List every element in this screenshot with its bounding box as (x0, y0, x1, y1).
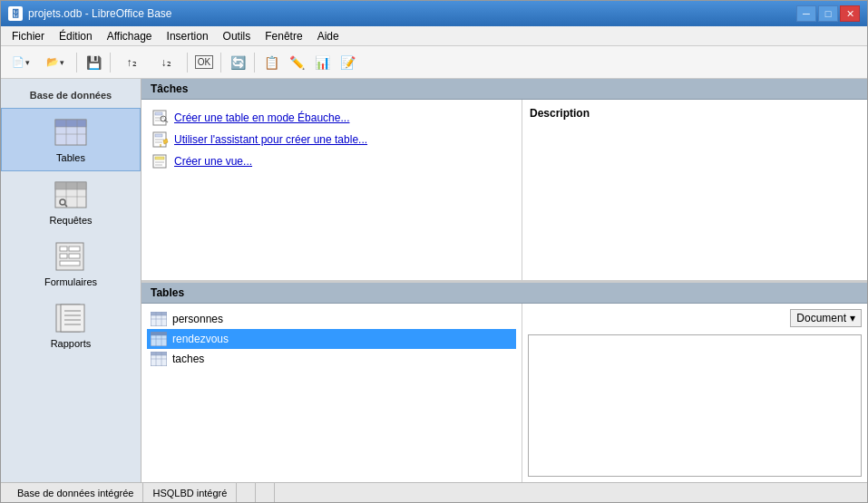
sort-desc-icon: ↓₂ (161, 56, 171, 69)
svg-rect-31 (155, 134, 162, 137)
menu-affichage[interactable]: Affichage (100, 28, 160, 44)
svg-rect-17 (60, 261, 80, 266)
menu-bar: Fichier Édition Affichage Insertion Outi… (1, 26, 867, 46)
tables-panel: Tables (141, 283, 867, 482)
table-item-personnes[interactable]: personnes (147, 309, 516, 329)
document-dropdown-button[interactable]: Document ▾ (790, 309, 862, 327)
ok-button[interactable]: OK (192, 51, 216, 74)
menu-insertion[interactable]: Insertion (160, 28, 216, 44)
tables-preview: Document ▾ (522, 304, 867, 482)
sidebar-item-rapports[interactable]: Rapports (1, 295, 141, 356)
maximize-button[interactable]: □ (818, 5, 838, 22)
sort-asc-icon: ↑₂ (127, 56, 137, 69)
sidebar-item-requetes[interactable]: Requêtes (1, 171, 141, 233)
open-button[interactable]: 📂▾ (39, 51, 72, 74)
table-new-button[interactable]: 📊 (310, 51, 334, 74)
menu-fenetre[interactable]: Fenêtre (258, 28, 309, 44)
tables-icon (53, 116, 89, 149)
description-panel: Description (522, 100, 867, 280)
taches-icon (151, 351, 167, 367)
task-list: Créer une table en mode Ébauche... (141, 100, 522, 280)
requetes-icon (53, 179, 89, 211)
table-open-button[interactable]: 📋 (259, 51, 283, 74)
task-item-create-draft[interactable]: Créer une table en mode Ébauche... (149, 107, 514, 129)
menu-outils[interactable]: Outils (216, 28, 258, 44)
refresh-button[interactable]: 🔄 (226, 51, 249, 74)
sidebar-item-formulaires[interactable]: Formulaires (1, 233, 141, 295)
menu-edition[interactable]: Édition (52, 28, 100, 44)
taches-label: taches (172, 353, 204, 365)
tasks-panel-header: Tâches (141, 79, 867, 100)
table-new-icon: 📊 (315, 55, 330, 70)
formulaires-icon (53, 240, 89, 273)
open-icon: 📂 (46, 56, 59, 68)
rename-button[interactable]: 📝 (336, 51, 359, 74)
svg-rect-15 (60, 254, 67, 258)
svg-rect-46 (151, 332, 167, 335)
main-window: 🗄 projets.odb - LibreOffice Base ─ □ ✕ F… (0, 0, 868, 503)
sidebar-header: Base de données (1, 86, 141, 108)
svg-rect-51 (151, 352, 167, 355)
new-button[interactable]: 📄▾ (5, 51, 37, 74)
sep3 (187, 53, 188, 73)
tables-panel-header: Tables (141, 283, 867, 304)
status-segment-1: Base de données intégrée (8, 483, 143, 502)
document-dropdown-arrow: ▾ (850, 312, 855, 324)
table-item-taches[interactable]: taches (147, 349, 516, 369)
tables-label: Tables (56, 152, 85, 163)
status-segment-4 (256, 483, 275, 502)
rendezvous-label: rendezvous (172, 333, 229, 345)
rename-icon: 📝 (340, 55, 356, 70)
task-item-create-view[interactable]: Créer une vue... (149, 150, 514, 172)
create-draft-icon (152, 110, 169, 126)
sep1 (76, 53, 77, 73)
close-button[interactable]: ✕ (840, 5, 860, 22)
app-icon: 🗄 (8, 6, 23, 21)
task-item-wizard[interactable]: Utiliser l'assistant pour créer une tabl… (149, 129, 514, 150)
personnes-label: personnes (172, 313, 223, 325)
tasks-panel-content: Créer une table en mode Ébauche... (141, 100, 867, 280)
preview-box (528, 334, 862, 477)
svg-rect-14 (69, 247, 80, 251)
window-title: projets.odb - LibreOffice Base (28, 7, 172, 20)
personnes-icon (151, 311, 167, 327)
document-dropdown: Document ▾ (528, 309, 862, 327)
menu-aide[interactable]: Aide (310, 28, 346, 44)
sort-desc-button[interactable]: ↓₂ (150, 51, 182, 74)
edit-icon: ✏️ (289, 55, 305, 70)
title-controls: ─ □ ✕ (796, 5, 860, 22)
description-title: Description (530, 107, 860, 120)
status-bar: Base de données intégrée HSQLBD intégré (1, 482, 867, 502)
edit-button[interactable]: ✏️ (285, 51, 308, 74)
tables-list: personnes (141, 304, 522, 482)
title-bar: 🗄 projets.odb - LibreOffice Base ─ □ ✕ (1, 1, 867, 26)
rapports-label: Rapports (51, 338, 92, 349)
sort-asc-button[interactable]: ↑₂ (115, 51, 148, 74)
refresh-icon: 🔄 (230, 55, 246, 70)
sidebar-item-tables[interactable]: Tables (1, 108, 141, 171)
task-label-wizard: Utiliser l'assistant pour créer une tabl… (174, 133, 367, 146)
document-label: Document (796, 312, 846, 324)
minimize-button[interactable]: ─ (796, 5, 816, 22)
menu-fichier[interactable]: Fichier (5, 28, 52, 44)
svg-rect-13 (60, 247, 67, 251)
wizard-icon (152, 131, 169, 148)
tasks-panel: Tâches (141, 79, 867, 283)
save-button[interactable]: 💾 (82, 51, 105, 74)
sidebar: Base de données Tables (1, 79, 141, 482)
task-label-create-view: Créer une vue... (174, 155, 252, 168)
table-item-rendezvous[interactable]: rendezvous (147, 329, 516, 349)
sep2 (110, 53, 111, 73)
title-bar-left: 🗄 projets.odb - LibreOffice Base (8, 6, 172, 21)
sep5 (254, 53, 255, 73)
svg-rect-19 (61, 305, 84, 332)
content-area: Tâches (141, 79, 867, 482)
requetes-label: Requêtes (49, 215, 92, 226)
ok-icon: OK (195, 55, 213, 69)
formulaires-label: Formulaires (44, 276, 97, 287)
status-segment-3 (237, 483, 256, 502)
table-open-icon: 📋 (264, 55, 279, 70)
svg-rect-25 (155, 112, 162, 115)
svg-rect-37 (155, 157, 164, 160)
status-segment-2: HSQLBD intégré (143, 483, 237, 502)
